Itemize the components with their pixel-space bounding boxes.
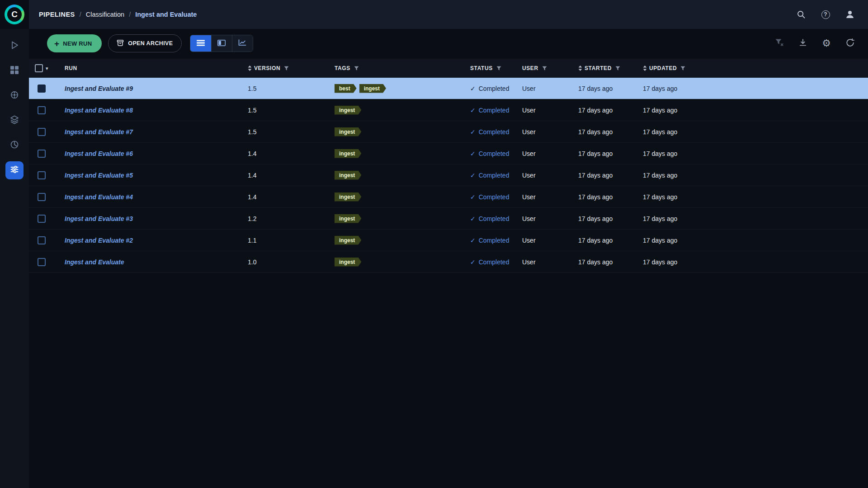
- column-header-updated[interactable]: UPDATED: [643, 65, 868, 71]
- selection-dropdown-caret[interactable]: ▾: [46, 66, 48, 71]
- sidebar-item-models[interactable]: [5, 112, 24, 130]
- sidebar-item-datasets[interactable]: [5, 62, 24, 80]
- run-status: ✓ Completed: [470, 150, 522, 157]
- tag-best: best: [335, 84, 357, 93]
- column-header-version[interactable]: VERSION: [248, 65, 335, 71]
- run-tags: ingest: [335, 214, 470, 223]
- table-row[interactable]: Ingest and Evaluate #6 1.4 ingest ✓ Comp…: [29, 143, 868, 164]
- column-header-status[interactable]: STATUS: [470, 65, 522, 71]
- run-user: User: [522, 107, 578, 114]
- run-name-link[interactable]: Ingest and Evaluate #7: [65, 128, 133, 136]
- filter-funnel-icon[interactable]: [615, 66, 620, 71]
- row-checkbox-cell: [29, 128, 54, 136]
- column-header-user[interactable]: USER: [522, 65, 578, 71]
- run-tags: ingest: [335, 192, 470, 202]
- clear-filters-button[interactable]: [774, 38, 785, 49]
- run-version: 1.5: [248, 85, 335, 92]
- help-icon[interactable]: ?: [820, 9, 831, 20]
- sort-icon[interactable]: [578, 66, 582, 71]
- row-checkbox[interactable]: [38, 193, 46, 201]
- projects-icon: [9, 40, 19, 52]
- run-user: User: [522, 150, 578, 157]
- table-row[interactable]: Ingest and Evaluate #5 1.4 ingest ✓ Comp…: [29, 164, 868, 186]
- row-checkbox[interactable]: [38, 171, 46, 179]
- sidebar-item-pipelines[interactable]: [5, 161, 24, 179]
- split-view-button[interactable]: [211, 35, 232, 52]
- download-button[interactable]: [797, 38, 808, 49]
- settings-button[interactable]: ⚙: [821, 38, 832, 49]
- filter-funnel-icon[interactable]: [680, 66, 685, 71]
- run-tags: ingest: [335, 258, 470, 267]
- table-row[interactable]: Ingest and Evaluate #2 1.1 ingest ✓ Comp…: [29, 230, 868, 251]
- breadcrumb-current: Ingest and Evaluate: [135, 11, 197, 18]
- run-name-link[interactable]: Ingest and Evaluate #3: [65, 215, 133, 222]
- row-checkbox[interactable]: [38, 106, 46, 114]
- new-run-button[interactable]: + NEW RUN: [47, 34, 102, 52]
- table-row[interactable]: Ingest and Evaluate #4 1.4 ingest ✓ Comp…: [29, 186, 868, 208]
- auto-refresh-button[interactable]: [844, 38, 855, 49]
- run-name-link[interactable]: Ingest and Evaluate #6: [65, 150, 133, 157]
- run-user: User: [522, 85, 578, 92]
- table-row[interactable]: Ingest and Evaluate #8 1.5 ingest ✓ Comp…: [29, 99, 868, 121]
- run-name-link[interactable]: Ingest and Evaluate #5: [65, 172, 133, 179]
- clearml-logo[interactable]: C: [0, 0, 29, 29]
- filter-funnel-icon[interactable]: [284, 66, 289, 71]
- run-version: 1.0: [248, 258, 335, 266]
- user-avatar-icon[interactable]: [844, 9, 855, 20]
- table-view-button[interactable]: [190, 35, 211, 52]
- row-checkbox[interactable]: [38, 215, 46, 223]
- filter-funnel-icon[interactable]: [354, 66, 359, 71]
- select-all-checkbox[interactable]: [35, 64, 43, 72]
- run-status: ✓ Completed: [470, 258, 522, 266]
- run-started: 17 days ago: [578, 258, 643, 266]
- sidebar-item-workers[interactable]: [5, 136, 24, 155]
- run-version: 1.5: [248, 128, 335, 136]
- sort-icon[interactable]: [643, 66, 647, 71]
- completed-check-icon: ✓: [470, 237, 476, 244]
- row-checkbox[interactable]: [38, 258, 46, 266]
- breadcrumb-project[interactable]: Classification: [86, 11, 124, 18]
- sidebar-item-reports[interactable]: [5, 87, 24, 105]
- run-name-link[interactable]: Ingest and Evaluate #4: [65, 193, 133, 201]
- table-row[interactable]: Ingest and Evaluate #3 1.2 ingest ✓ Comp…: [29, 208, 868, 230]
- chart-view-icon: [238, 39, 246, 47]
- chart-view-button[interactable]: [232, 35, 253, 52]
- column-label-run: RUN: [65, 65, 77, 71]
- toolbar: + NEW RUN OPEN ARCHIVE: [29, 29, 868, 58]
- run-tags: ingest: [335, 171, 470, 180]
- row-checkbox[interactable]: [38, 128, 46, 136]
- tag-ingest: ingest: [335, 236, 361, 245]
- filter-funnel-icon[interactable]: [496, 66, 501, 71]
- column-header-tags[interactable]: TAGS: [335, 65, 470, 71]
- table-row[interactable]: Ingest and Evaluate 1.0 ingest ✓ Complet…: [29, 251, 868, 273]
- column-header-started[interactable]: STARTED: [578, 65, 643, 71]
- run-started: 17 days ago: [578, 85, 643, 92]
- table-row[interactable]: Ingest and Evaluate #7 1.5 ingest ✓ Comp…: [29, 121, 868, 143]
- status-label: Completed: [479, 85, 509, 92]
- row-checkbox[interactable]: [38, 84, 46, 93]
- filter-funnel-icon[interactable]: [542, 66, 547, 71]
- completed-check-icon: ✓: [470, 172, 476, 179]
- run-tags: ingest: [335, 236, 470, 245]
- completed-check-icon: ✓: [470, 258, 476, 266]
- sidebar-item-projects[interactable]: [5, 37, 24, 55]
- row-checkbox-cell: [29, 171, 54, 179]
- run-name-link[interactable]: Ingest and Evaluate: [65, 258, 124, 266]
- open-archive-button[interactable]: OPEN ARCHIVE: [108, 34, 181, 52]
- tag-ingest: ingest: [359, 84, 386, 93]
- run-user: User: [522, 237, 578, 244]
- row-checkbox[interactable]: [38, 150, 46, 158]
- row-checkbox[interactable]: [38, 236, 46, 244]
- run-tags: ingest: [335, 149, 470, 158]
- search-icon[interactable]: [796, 9, 807, 20]
- tag-ingest: ingest: [335, 127, 361, 136]
- run-name-link[interactable]: Ingest and Evaluate #9: [65, 85, 133, 92]
- run-cell: Ingest and Evaluate #6: [54, 150, 248, 157]
- run-name-link[interactable]: Ingest and Evaluate #8: [65, 107, 133, 114]
- run-started: 17 days ago: [578, 107, 643, 114]
- sort-icon[interactable]: [248, 66, 252, 71]
- column-header-run[interactable]: RUN: [54, 65, 248, 71]
- run-name-link[interactable]: Ingest and Evaluate #2: [65, 237, 133, 244]
- table-row[interactable]: Ingest and Evaluate #9 1.5 bestingest ✓ …: [29, 78, 868, 99]
- breadcrumb-pipelines[interactable]: PIPELINES: [39, 11, 75, 18]
